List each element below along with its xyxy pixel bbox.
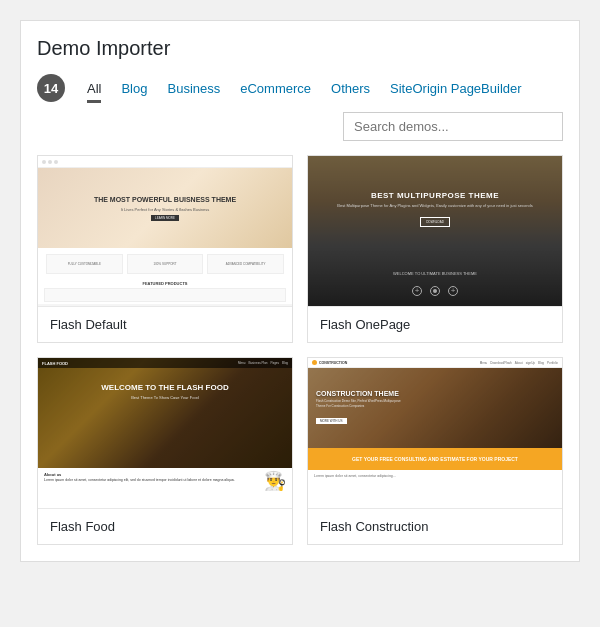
search-input[interactable] [343, 112, 563, 141]
demos-grid: THE MOST POWERFUL BUISNESS THEME It Live… [37, 155, 563, 545]
demo-card-flash-food[interactable]: FLASH FOOD Menu Business Plan Pages Blog… [37, 357, 293, 545]
demo-label-flash-construction: Flash Construction [308, 508, 562, 544]
tab-all[interactable]: All [77, 77, 111, 100]
demo-importer-panel: Demo Importer 14 All Blog Business eComm… [20, 20, 580, 562]
tab-blog[interactable]: Blog [111, 77, 157, 100]
tab-siteorigin[interactable]: SiteOrigin PageBuilder [380, 77, 532, 100]
tab-business[interactable]: Business [157, 77, 230, 100]
demo-label-flash-food: Flash Food [38, 508, 292, 544]
page-title: Demo Importer [37, 37, 563, 60]
demo-card-flash-construction[interactable]: CONSTRUCTION Menu Download/Flash About s… [307, 357, 563, 545]
demo-label-flash-onepage: Flash OnePage [308, 306, 562, 342]
demo-label-flash-default: Flash Default [38, 306, 292, 342]
filter-tabs: All Blog Business eCommerce Others SiteO… [77, 77, 532, 100]
demo-thumbnail-flash-onepage: BEST MULTIPURPOSE THEME Best Multipurpos… [308, 156, 562, 306]
demo-card-flash-default[interactable]: THE MOST POWERFUL BUISNESS THEME It Live… [37, 155, 293, 343]
demo-thumbnail-flash-default: THE MOST POWERFUL BUISNESS THEME It Live… [38, 156, 292, 306]
demo-thumbnail-flash-construction: CONSTRUCTION Menu Download/Flash About s… [308, 358, 562, 508]
search-row [37, 112, 563, 141]
demo-thumbnail-flash-food: FLASH FOOD Menu Business Plan Pages Blog… [38, 358, 292, 508]
count-badge: 14 [37, 74, 65, 102]
filter-bar: 14 All Blog Business eCommerce Others Si… [37, 74, 563, 102]
demo-card-flash-onepage[interactable]: BEST MULTIPURPOSE THEME Best Multipurpos… [307, 155, 563, 343]
tab-ecommerce[interactable]: eCommerce [230, 77, 321, 100]
tab-others[interactable]: Others [321, 77, 380, 100]
